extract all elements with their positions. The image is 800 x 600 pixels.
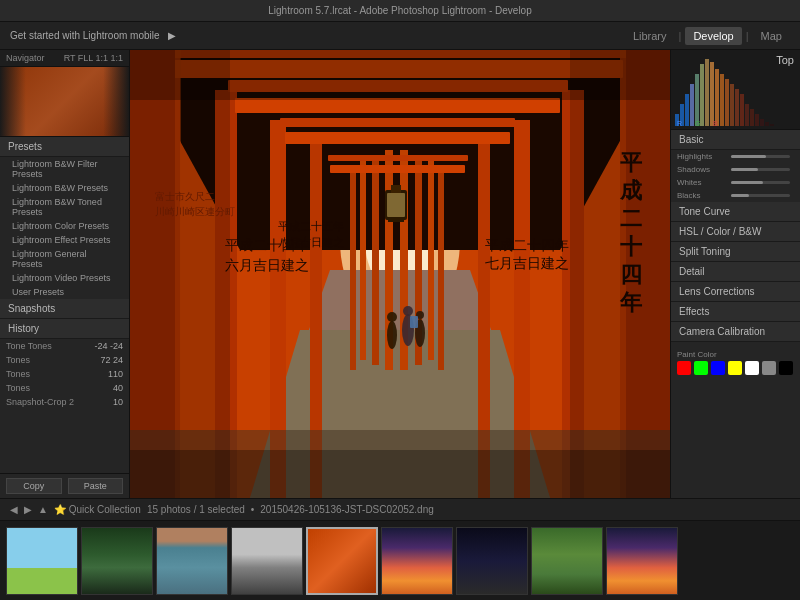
svg-rect-81: [760, 119, 764, 126]
top-label: Top: [776, 54, 794, 66]
white-swatch[interactable]: [745, 361, 759, 375]
svg-rect-49: [387, 193, 405, 217]
svg-rect-71: [710, 62, 714, 126]
blue-swatch[interactable]: [711, 361, 725, 375]
svg-rect-67: [690, 84, 694, 126]
title-bar: Lightroom 5.7.lrcat - Adobe Photoshop Li…: [0, 0, 800, 22]
preset-user[interactable]: User Presets: [0, 285, 129, 299]
svg-text:R: R: [677, 120, 682, 126]
main-layout: Navigator RT FLL 1:1 1:1 Presets Lightro…: [0, 50, 800, 498]
preset-bw[interactable]: Lightroom B&W Presets: [0, 181, 129, 195]
paste-button[interactable]: Paste: [68, 478, 124, 494]
main-photo: 平成二十四年 六月吉日建之 平成二十五年 八月吉日建之 平成二十四年 七月吉日建…: [130, 50, 670, 498]
histogram: R G B Top: [671, 50, 800, 130]
status-arrow-up[interactable]: ▲: [38, 504, 48, 515]
filmstrip-thumb-7[interactable]: [456, 527, 528, 595]
quick-collection-label: ⭐ Quick Collection: [54, 504, 141, 515]
svg-rect-22: [330, 165, 465, 173]
tone-curve-section[interactable]: Tone Curve: [671, 202, 800, 222]
gray-swatch[interactable]: [762, 361, 776, 375]
hsl-section[interactable]: HSL / Color / B&W: [671, 222, 800, 242]
svg-rect-74: [725, 79, 729, 126]
detail-section[interactable]: Detail: [671, 262, 800, 282]
history-tones-2: Tones 110: [0, 367, 129, 381]
copy-button[interactable]: Copy: [6, 478, 62, 494]
svg-text:六月吉日建之: 六月吉日建之: [225, 258, 309, 273]
preset-bwfilter[interactable]: Lightroom B&W Filter Presets: [0, 157, 129, 181]
history-section[interactable]: History: [0, 319, 129, 339]
histogram-container: R G B Top: [671, 50, 800, 130]
green-swatch[interactable]: [694, 361, 708, 375]
filmstrip-thumb-5[interactable]: [306, 527, 378, 595]
navigator-preview: [0, 67, 129, 137]
split-toning-section[interactable]: Split Toning: [671, 242, 800, 262]
color-swatches: [677, 361, 794, 375]
filmstrip-thumb-9[interactable]: [606, 527, 678, 595]
preset-effect[interactable]: Lightroom Effect Presets: [0, 233, 129, 247]
filmstrip: [0, 520, 800, 600]
effects-section[interactable]: Effects: [671, 302, 800, 322]
blacks-slider: Blacks: [671, 189, 800, 202]
nav-bar: Get started with Lightroom mobile ▶ Libr…: [0, 22, 800, 50]
preset-general[interactable]: Lightroom General Presets: [0, 247, 129, 271]
svg-text:平成二十四年: 平成二十四年: [485, 238, 569, 253]
nav-left: Get started with Lightroom mobile ▶: [10, 30, 176, 41]
nav-right: Library | Develop | Map: [625, 27, 790, 45]
filmstrip-thumb-1[interactable]: [6, 527, 78, 595]
lightroom-mobile-link[interactable]: Get started with Lightroom mobile: [10, 30, 160, 41]
nav-arrow: ▶: [168, 30, 176, 41]
status-arrow-right[interactable]: ▶: [24, 504, 32, 515]
history-tone-tones: Tone Tones -24 -24: [0, 339, 129, 353]
copy-paste-row: Copy Paste: [0, 473, 129, 498]
history-snapshot-crop: Snapshot-Crop 2 10: [0, 395, 129, 409]
svg-rect-8: [372, 155, 379, 365]
preset-bwtoned[interactable]: Lightroom B&W Toned Presets: [0, 195, 129, 219]
svg-rect-61: [570, 50, 670, 498]
filmstrip-thumb-3[interactable]: [156, 527, 228, 595]
svg-rect-25: [280, 118, 515, 127]
presets-list: Lightroom B&W Filter Presets Lightroom B…: [0, 157, 129, 473]
red-swatch[interactable]: [677, 361, 691, 375]
filmstrip-thumb-8[interactable]: [531, 527, 603, 595]
svg-rect-68: [695, 74, 699, 126]
svg-rect-77: [740, 94, 744, 126]
basic-section[interactable]: Basic: [671, 130, 800, 150]
develop-module[interactable]: Develop: [685, 27, 741, 45]
svg-text:平成二十五年: 平成二十五年: [278, 220, 344, 232]
status-arrow-left[interactable]: ◀: [10, 504, 18, 515]
filmstrip-thumb-6[interactable]: [381, 527, 453, 595]
library-module[interactable]: Library: [625, 27, 675, 45]
window-title: Lightroom 5.7.lrcat - Adobe Photoshop Li…: [10, 5, 790, 16]
svg-rect-70: [705, 59, 709, 126]
svg-rect-47: [391, 185, 401, 193]
shadows-slider: Shadows: [671, 163, 800, 176]
svg-text:八月吉日建之: 八月吉日建之: [278, 236, 344, 248]
svg-rect-69: [700, 64, 704, 126]
snapshots-section[interactable]: Snapshots: [0, 299, 129, 319]
history-tones-1: Tones 72 24: [0, 353, 129, 367]
svg-rect-62: [130, 50, 670, 100]
svg-point-51: [387, 312, 397, 322]
status-separator: •: [251, 504, 255, 515]
filmstrip-thumb-4[interactable]: [231, 527, 303, 595]
presets-section[interactable]: Presets: [0, 137, 129, 157]
yellow-swatch[interactable]: [728, 361, 742, 375]
status-bar: ◀ ▶ ▲ ⭐ Quick Collection 15 photos / 1 s…: [0, 498, 800, 520]
svg-rect-11: [428, 160, 434, 360]
svg-rect-75: [730, 84, 734, 126]
svg-rect-60: [130, 50, 230, 498]
svg-rect-66: [685, 94, 689, 126]
filmstrip-thumb-2[interactable]: [81, 527, 153, 595]
map-module[interactable]: Map: [753, 27, 790, 45]
preset-video[interactable]: Lightroom Video Presets: [0, 271, 129, 285]
svg-rect-7: [360, 160, 366, 360]
black-swatch[interactable]: [779, 361, 793, 375]
lens-corrections-section[interactable]: Lens Corrections: [671, 282, 800, 302]
whites-slider: Whites: [671, 176, 800, 189]
preset-color[interactable]: Lightroom Color Presets: [0, 219, 129, 233]
navigator-label: Navigator: [6, 53, 45, 63]
filename: 20150426-105136-JST-DSC02052.dng: [260, 504, 433, 515]
camera-calibration-section[interactable]: Camera Calibration: [671, 322, 800, 342]
svg-point-50: [387, 321, 397, 349]
main-image-container: 平成二十四年 六月吉日建之 平成二十五年 八月吉日建之 平成二十四年 七月吉日建…: [130, 50, 670, 498]
